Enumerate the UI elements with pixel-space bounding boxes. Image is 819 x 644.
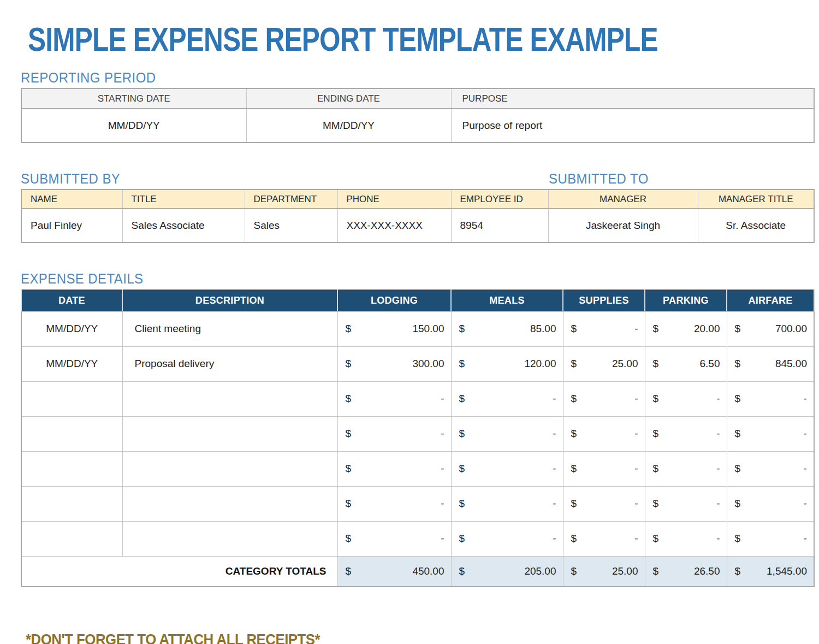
manager-title-cell[interactable]: Sr. Associate (698, 209, 814, 243)
section-label-submitted-to: SUBMITTED TO (549, 170, 649, 187)
expense-lodging-cell[interactable]: $- (337, 451, 451, 486)
expense-row: $- $- $- $- $- (21, 486, 814, 521)
expense-description-cell[interactable] (122, 521, 337, 556)
expense-supplies-cell[interactable]: $- (563, 486, 645, 521)
expense-parking-cell[interactable]: $20.00 (645, 311, 727, 346)
ending-date-cell[interactable]: MM/DD/YY (246, 109, 451, 143)
amount: - (634, 393, 638, 405)
total-lodging-cell: $450.00 (337, 556, 451, 587)
header-description: DESCRIPTION (122, 289, 337, 311)
expense-lodging-cell[interactable]: $150.00 (337, 311, 451, 346)
expense-lodging-cell[interactable]: $- (337, 486, 451, 521)
employee-id-cell[interactable]: 8954 (451, 209, 548, 243)
expense-date-cell[interactable] (21, 416, 122, 451)
expense-supplies-cell[interactable]: $- (563, 381, 645, 416)
amount: - (441, 498, 444, 510)
expense-date-cell[interactable] (21, 381, 122, 416)
name-cell[interactable]: Paul Finley (21, 209, 122, 243)
currency-symbol: $ (346, 463, 352, 475)
currency-symbol: $ (653, 428, 659, 440)
expense-description-cell[interactable] (122, 381, 337, 416)
amount: - (804, 393, 807, 405)
currency-symbol: $ (346, 358, 352, 370)
currency-symbol: $ (735, 358, 741, 370)
header-manager-title: MANAGER TITLE (698, 190, 814, 209)
currency-symbol: $ (571, 323, 577, 335)
header-phone: PHONE (337, 190, 451, 209)
currency-symbol: $ (653, 358, 659, 370)
expense-meals-cell[interactable]: $85.00 (451, 311, 563, 346)
expense-description-cell[interactable]: Client meeting (122, 311, 337, 346)
expense-description-cell[interactable] (122, 486, 337, 521)
expense-meals-cell[interactable]: $- (451, 416, 563, 451)
expense-airfare-cell[interactable]: $- (727, 521, 814, 556)
title-cell[interactable]: Sales Associate (122, 209, 245, 243)
amount: 26.50 (694, 565, 720, 577)
currency-symbol: $ (571, 463, 577, 475)
header-airfare: AIRFARE (727, 289, 814, 311)
expense-supplies-cell[interactable]: $25.00 (563, 346, 645, 381)
amount: - (441, 463, 444, 475)
header-name: NAME (21, 190, 122, 209)
expense-supplies-cell[interactable]: $- (563, 311, 645, 346)
expense-date-cell[interactable]: MM/DD/YY (21, 311, 122, 346)
expense-meals-cell[interactable]: $- (451, 521, 563, 556)
amount: - (634, 533, 638, 545)
expense-date-cell[interactable] (21, 521, 122, 556)
expense-parking-cell[interactable]: $- (645, 521, 727, 556)
purpose-cell[interactable]: Purpose of report (451, 109, 814, 143)
phone-cell[interactable]: XXX-XXX-XXXX (337, 209, 451, 243)
expense-lodging-cell[interactable]: $- (337, 381, 451, 416)
amount: 1,545.00 (767, 565, 807, 577)
expense-parking-cell[interactable]: $- (645, 486, 727, 521)
currency-symbol: $ (459, 428, 465, 440)
currency-symbol: $ (571, 393, 577, 405)
expense-meals-cell[interactable]: $- (451, 486, 563, 521)
expense-meals-cell[interactable]: $- (451, 381, 563, 416)
amount: - (804, 428, 807, 440)
expense-lodging-cell[interactable]: $300.00 (337, 346, 451, 381)
expense-supplies-cell[interactable]: $- (563, 451, 645, 486)
expense-airfare-cell[interactable]: $- (727, 486, 814, 521)
expense-parking-cell[interactable]: $- (645, 381, 727, 416)
expense-airfare-cell[interactable]: $- (727, 451, 814, 486)
expense-parking-cell[interactable]: $- (645, 416, 727, 451)
expense-airfare-cell[interactable]: $700.00 (727, 311, 814, 346)
currency-symbol: $ (735, 393, 741, 405)
total-airfare-cell: $1,545.00 (727, 556, 814, 587)
amount: - (441, 428, 444, 440)
expense-description-cell[interactable] (122, 416, 337, 451)
currency-symbol: $ (459, 358, 465, 370)
expense-meals-cell[interactable]: $- (451, 451, 563, 486)
expense-airfare-cell[interactable]: $845.00 (727, 346, 814, 381)
amount: 300.00 (412, 358, 444, 370)
expense-description-cell[interactable] (122, 451, 337, 486)
expense-airfare-cell[interactable]: $- (727, 381, 814, 416)
currency-symbol: $ (346, 565, 352, 577)
expense-supplies-cell[interactable]: $- (563, 521, 645, 556)
expense-date-cell[interactable] (21, 451, 122, 486)
starting-date-cell[interactable]: MM/DD/YY (21, 109, 246, 143)
expense-lodging-cell[interactable]: $- (337, 521, 451, 556)
currency-symbol: $ (459, 323, 465, 335)
reporting-period-table: STARTING DATE ENDING DATE PURPOSE MM/DD/… (21, 88, 815, 143)
expense-lodging-cell[interactable]: $- (337, 416, 451, 451)
amount: 120.00 (524, 358, 556, 370)
amount: 150.00 (412, 323, 444, 335)
expense-description-cell[interactable]: Proposal delivery (122, 346, 337, 381)
expense-meals-cell[interactable]: $120.00 (451, 346, 563, 381)
currency-symbol: $ (459, 393, 465, 405)
expense-row: $- $- $- $- $- (21, 451, 814, 486)
currency-symbol: $ (571, 358, 577, 370)
expense-parking-cell[interactable]: $6.50 (645, 346, 727, 381)
department-cell[interactable]: Sales (245, 209, 337, 243)
currency-symbol: $ (346, 498, 352, 510)
amount: - (553, 393, 556, 405)
expense-supplies-cell[interactable]: $- (563, 416, 645, 451)
manager-cell[interactable]: Jaskeerat Singh (548, 209, 698, 243)
expense-date-cell[interactable] (21, 486, 122, 521)
expense-parking-cell[interactable]: $- (645, 451, 727, 486)
expense-date-cell[interactable]: MM/DD/YY (21, 346, 122, 381)
reporting-period-value-row: MM/DD/YY MM/DD/YY Purpose of report (21, 109, 814, 143)
expense-airfare-cell[interactable]: $- (727, 416, 814, 451)
